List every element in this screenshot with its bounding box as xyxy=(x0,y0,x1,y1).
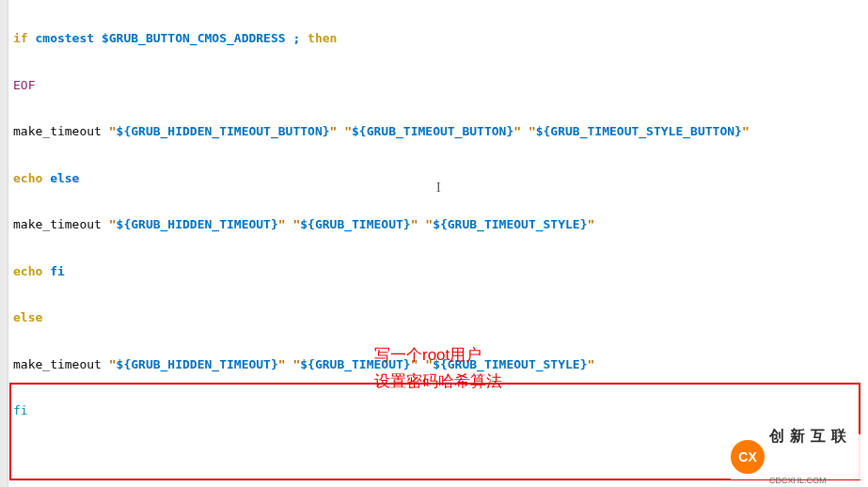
logo-mark-icon: CX xyxy=(731,440,765,474)
code-line: EOF xyxy=(13,78,868,94)
code-line: echo fi xyxy=(13,264,868,280)
text-caret-icon: I xyxy=(436,181,441,196)
logo-subtitle: CDCXHL.COM xyxy=(769,477,852,485)
line-number-gutter xyxy=(0,0,8,487)
watermark-logo: CX 创新互联 CDCXHL.COM xyxy=(731,434,862,479)
logo-title: 创新互联 xyxy=(769,429,852,444)
annotation-1: 写一个root用户 xyxy=(374,348,481,364)
code-line: else xyxy=(13,310,868,326)
code-line: make_timeout "${GRUB_HIDDEN_TIMEOUT_BUTT… xyxy=(13,124,868,140)
code-line: make_timeout "${GRUB_HIDDEN_TIMEOUT}" "$… xyxy=(13,217,868,233)
code-line: if cmostest $GRUB_BUTTON_CMOS_ADDRESS ; … xyxy=(13,31,868,47)
editor-viewport: if cmostest $GRUB_BUTTON_CMOS_ADDRESS ; … xyxy=(0,0,868,487)
